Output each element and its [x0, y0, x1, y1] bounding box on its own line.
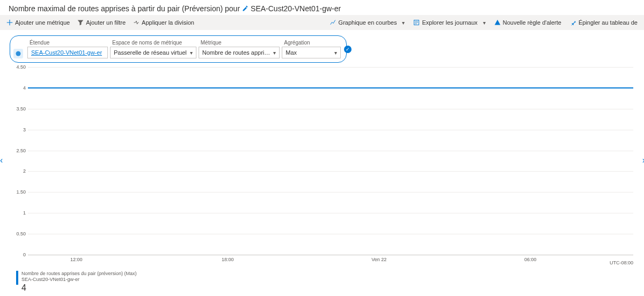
namespace-label: Espace de noms de métrique	[110, 40, 196, 46]
x-axis: 12:0018:00Ven 2206:00	[28, 257, 633, 265]
new-alert-button[interactable]: Nouvelle règle d'alerte	[494, 19, 561, 26]
chevron-down-icon: ▾	[270, 50, 276, 56]
y-tick-label: 3.50	[16, 106, 26, 112]
chart-type-dropdown[interactable]: Graphique en courbes ▾	[330, 19, 405, 26]
x-tick-label: 12:00	[70, 257, 83, 262]
metric-selector[interactable]: Nombre de routes appri… ▾	[199, 47, 280, 58]
metric-label: Métrique	[199, 40, 280, 46]
y-tick-label: 4.50	[16, 64, 26, 70]
x-tick-label: 06:00	[524, 257, 537, 262]
y-tick-label: 0	[23, 252, 26, 257]
gridline	[28, 151, 633, 151]
chart-grid	[28, 67, 633, 255]
gridline	[28, 109, 633, 109]
timezone-label: UTC-08:00	[610, 260, 633, 265]
resource-icon	[13, 49, 23, 58]
scope-label: Étendue	[27, 40, 108, 46]
chevron-down-icon: ▾	[480, 20, 486, 26]
gridline	[28, 192, 633, 193]
legend-value: 4	[21, 283, 137, 293]
aggregation-label: Agrégation	[282, 40, 341, 46]
scope-selector[interactable]: SEA-Cust20-VNet01-gw-er	[27, 47, 108, 58]
title-prefix: Nombre maximal de routes apprises à part…	[9, 4, 240, 13]
pin-dashboard-button[interactable]: Épingler au tableau de	[570, 19, 638, 26]
gridline	[28, 130, 633, 130]
title-resource: SEA-Cust20-VNet01-gw-er	[251, 4, 341, 13]
edit-icon	[242, 5, 248, 12]
x-tick-label: 18:00	[222, 257, 234, 262]
filter-icon	[77, 19, 84, 26]
namespace-selector[interactable]: Passerelle de réseau virtuel ▾	[110, 47, 196, 58]
chevron-down-icon: ▾	[331, 50, 337, 56]
data-series-line	[28, 87, 633, 88]
y-tick-label: 0.50	[16, 231, 26, 236]
gridline	[28, 171, 633, 172]
confirm-check-icon[interactable]: ✓	[344, 46, 352, 53]
pin-icon	[570, 19, 576, 26]
chart-prev-button[interactable]: ‹	[0, 156, 3, 165]
chevron-down-icon: ▾	[187, 50, 193, 56]
line-chart-icon	[330, 19, 336, 26]
svg-point-1	[16, 51, 21, 56]
y-axis: 4.5043.5032.5021.5010.500	[11, 67, 27, 255]
chart-legend: Nombre de routes apprises du pair (préve…	[16, 271, 644, 293]
y-tick-label: 2.50	[16, 148, 26, 153]
x-tick-label: Ven 22	[371, 257, 386, 262]
toolbar: Ajouter une métrique Ajouter un filtre A…	[0, 15, 644, 30]
page-title: Nombre maximal de routes apprises à part…	[0, 0, 644, 15]
add-filter-button[interactable]: Ajouter un filtre	[77, 19, 126, 26]
drill-logs-button[interactable]: Explorer les journaux ▾	[413, 19, 485, 26]
y-tick-label: 1.50	[16, 189, 26, 195]
legend-resource-name: SEA-Cust20-VNet01-gw-er	[21, 277, 137, 283]
gridline	[28, 213, 633, 213]
gridline	[28, 234, 633, 234]
chart-area: 4.5043.5032.5021.5010.500 12:0018:00Ven …	[11, 67, 633, 265]
legend-series-name: Nombre de routes apprises du pair (préve…	[21, 271, 137, 277]
y-tick-label: 4	[23, 85, 26, 91]
alert-icon	[494, 19, 501, 26]
y-tick-label: 3	[23, 127, 26, 132]
legend-color-swatch	[16, 271, 18, 285]
gridline	[28, 67, 633, 68]
y-tick-label: 1	[23, 210, 26, 216]
y-tick-label: 2	[23, 168, 26, 174]
add-metric-icon	[6, 19, 13, 26]
gridline	[28, 255, 633, 255]
chevron-down-icon: ▾	[399, 20, 405, 26]
logs-icon	[413, 19, 420, 26]
metric-config-pill: Étendue SEA-Cust20-VNet01-gw-er Espace d…	[10, 35, 347, 63]
split-icon	[133, 19, 140, 26]
add-metric-button[interactable]: Ajouter une métrique	[6, 19, 70, 26]
apply-split-button[interactable]: Appliquer la division	[133, 19, 194, 26]
aggregation-selector[interactable]: Max ▾	[282, 47, 341, 58]
